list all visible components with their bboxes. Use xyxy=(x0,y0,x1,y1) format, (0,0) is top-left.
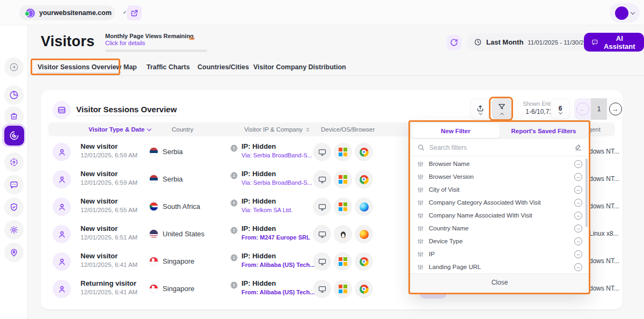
visit-datetime: 12/01/2025, 6:41 AM xyxy=(80,289,137,295)
chrome-icon xyxy=(360,285,369,294)
table-icon-wrap xyxy=(53,101,71,119)
column-visitor-ip-company[interactable]: Visitor IP & Company xyxy=(244,126,311,133)
chevron-down-icon xyxy=(147,126,151,130)
sidebar-item-behavior[interactable] xyxy=(4,153,24,172)
filter-item-label: Device Type xyxy=(429,238,569,244)
visitor-avatar xyxy=(53,225,71,243)
sidebar xyxy=(0,25,28,319)
visitor-company-link[interactable]: Via: Serbia BroadBand-S... xyxy=(241,152,312,158)
sidebar-item-acquisition[interactable] xyxy=(4,106,24,126)
tab-new-filter[interactable]: New Filter xyxy=(412,124,500,138)
tab-saved-filters[interactable]: Report's Saved Filters xyxy=(500,124,588,138)
filter-item-label: Browser Name xyxy=(429,161,569,167)
filter-item-country-name[interactable]: Country Name → xyxy=(411,222,589,235)
pie-chart-icon xyxy=(9,90,19,100)
country-name: Singapore xyxy=(163,257,194,265)
refresh-button[interactable] xyxy=(447,35,462,50)
bag-icon xyxy=(9,111,19,121)
tab-map[interactable]: Map xyxy=(123,63,137,71)
eraser-icon[interactable] xyxy=(574,143,582,151)
search-input[interactable] xyxy=(429,144,570,151)
open-website-button[interactable] xyxy=(127,5,142,20)
card-title: Visitor Sessions Overview xyxy=(76,105,177,116)
windows-icon xyxy=(339,285,347,293)
chevron-down-icon xyxy=(631,10,635,14)
sidebar-collapse-button[interactable] xyxy=(4,57,24,77)
user-menu[interactable] xyxy=(610,3,640,23)
filter-item-device-type[interactable]: Device Type → xyxy=(411,235,589,248)
device-chip xyxy=(313,225,331,243)
linux-icon xyxy=(339,230,348,239)
next-page-button[interactable]: → xyxy=(607,98,624,120)
os-chip xyxy=(334,198,352,216)
visitor-company-link[interactable]: From: Alibaba (US) Tech... xyxy=(241,262,314,268)
sidebar-item-visitors[interactable] xyxy=(2,124,26,147)
sidebar-item-dashboard[interactable] xyxy=(4,85,24,105)
serbia-flag-icon xyxy=(149,175,158,184)
radar-icon xyxy=(9,130,19,141)
export-button[interactable] xyxy=(470,98,491,120)
search-icon xyxy=(417,143,425,151)
arrow-left-icon: ← xyxy=(576,103,589,115)
sidebar-item-visitors-active xyxy=(4,126,24,146)
ai-assistant-button[interactable]: AI Assistant xyxy=(584,33,644,52)
column-visitor-type-date[interactable]: Visitor Type & Date xyxy=(89,126,151,133)
filter-item-label: IP xyxy=(429,251,569,257)
user-agent-text: Linux x8... xyxy=(589,230,619,237)
country-name: Singapore xyxy=(163,285,194,293)
sidebar-item-location[interactable] xyxy=(4,243,24,262)
page-size-select[interactable]: 6 xyxy=(551,98,570,120)
pagination: ← 1 → xyxy=(574,98,624,120)
filter-item-company-category[interactable]: Company Category Associated With Visit → xyxy=(411,196,589,209)
arrow-right-circle-icon xyxy=(9,62,19,72)
arrow-right-circle-icon: → xyxy=(574,199,582,207)
sliders-icon xyxy=(417,225,424,232)
arrow-right-circle-icon: → xyxy=(574,224,582,233)
chrome-icon xyxy=(360,148,369,157)
tab-traffic-charts[interactable]: Traffic Charts xyxy=(147,63,190,71)
user-agent-text: dows NT... xyxy=(589,175,619,183)
visitor-company-link[interactable]: From: M247 Europe SRL xyxy=(241,234,310,241)
tab-visitor-sessions-overview[interactable]: Visitor Sessions Overview xyxy=(38,63,121,73)
arrow-right-circle-icon: → xyxy=(574,237,582,245)
filter-button[interactable] xyxy=(492,98,512,120)
desktop-icon xyxy=(318,202,327,212)
person-icon xyxy=(57,285,67,294)
filter-item-browser-version[interactable]: Browser Version → xyxy=(411,170,589,183)
prev-page-button[interactable]: ← xyxy=(574,103,591,115)
website-globe-icon xyxy=(26,9,35,18)
sliders-icon xyxy=(417,212,424,219)
filter-item-ip[interactable]: IP → xyxy=(411,248,589,260)
country-name: South Africa xyxy=(163,202,200,211)
desktop-icon xyxy=(318,148,327,157)
sidebar-item-settings[interactable] xyxy=(4,220,24,240)
filter-item-browser-name[interactable]: Browser Name → xyxy=(411,157,589,170)
filter-item-company-name[interactable]: Company Name Associated With Visit → xyxy=(411,209,589,222)
tab-countries-cities[interactable]: Countries/Cities xyxy=(197,63,249,71)
visitor-company-link[interactable]: Via: Serbia BroadBand-S... xyxy=(241,179,312,186)
sidebar-item-privacy[interactable] xyxy=(4,198,24,217)
close-button[interactable]: Close xyxy=(411,273,589,291)
column-label: Visitor IP & Company xyxy=(244,126,303,133)
target-icon xyxy=(9,157,19,167)
filter-item-city-of-visit[interactable]: City of Visit → xyxy=(411,183,589,196)
singapore-flag-icon xyxy=(149,284,158,293)
sidebar-item-communication[interactable] xyxy=(4,175,24,194)
filter-item-landing-page-url[interactable]: Landing Page URL → xyxy=(411,260,589,273)
device-chip xyxy=(313,198,331,216)
scrollbar[interactable] xyxy=(586,158,588,227)
visitor-company-link[interactable]: Via: Telkom SA Ltd. xyxy=(241,207,292,213)
arrow-right-circle-icon: → xyxy=(574,250,582,258)
visitor-ip: IP: Hidden xyxy=(241,197,276,205)
tab-visitor-company-distribution[interactable]: Visitor Company Distribution xyxy=(253,63,346,71)
filter-popup: New Filter Report's Saved Filters Browse… xyxy=(411,122,589,293)
device-chip xyxy=(313,170,331,189)
person-icon xyxy=(57,202,67,212)
visitor-company-link[interactable]: From: Alibaba (US) Tech... xyxy=(241,289,314,295)
globe-icon xyxy=(230,144,238,155)
arrow-right-circle-icon: → xyxy=(574,173,582,181)
website-selector[interactable]: yourwebsitename.com xyxy=(19,5,115,20)
device-chip xyxy=(313,143,331,161)
arrow-right-circle-icon: → xyxy=(574,212,582,220)
sliders-icon xyxy=(417,251,424,258)
